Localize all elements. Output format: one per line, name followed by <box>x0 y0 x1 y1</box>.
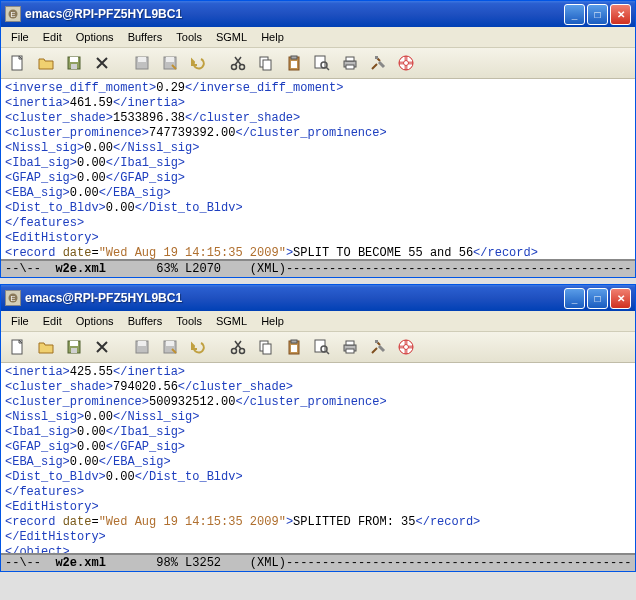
app-icon: E <box>5 6 21 22</box>
sb-position: 98% L3252 (XML) <box>106 556 286 570</box>
sb-filename: w2e.xml <box>55 262 105 276</box>
svg-rect-21 <box>346 65 354 69</box>
close-file-icon[interactable] <box>91 336 113 358</box>
menu-file[interactable]: File <box>5 313 35 329</box>
statusbar: --\-- w2e.xml 98% L3252 (XML)-----------… <box>1 553 635 571</box>
save-as-icon[interactable] <box>159 52 181 74</box>
sb-fill: ----------------------------------------… <box>286 556 631 570</box>
attr: date <box>63 246 92 259</box>
copy-icon[interactable] <box>255 52 277 74</box>
close-button[interactable]: ✕ <box>610 288 631 309</box>
menu-help[interactable]: Help <box>255 313 290 329</box>
value: SPLITTED FROM: 35 <box>293 515 415 529</box>
titlebar[interactable]: E emacs@RPI-PFZ5HYL9BC1 _ □ ✕ <box>1 285 635 311</box>
sb-mode: --\-- <box>5 556 55 570</box>
emacs-window-2: E emacs@RPI-PFZ5HYL9BC1 _ □ ✕ File Edit … <box>0 284 636 572</box>
attr-value: "Wed Aug 19 14:15:35 2009" <box>99 246 286 259</box>
value: 500932512.00 <box>149 395 235 409</box>
cut-icon[interactable] <box>227 336 249 358</box>
menu-sgml[interactable]: SGML <box>210 313 253 329</box>
editor-area[interactable]: <inertia>425.55</inertia> <cluster_shade… <box>1 363 635 553</box>
minimize-button[interactable]: _ <box>564 288 585 309</box>
copy-icon[interactable] <box>255 336 277 358</box>
svg-rect-15 <box>291 56 297 59</box>
window-title: emacs@RPI-PFZ5HYL9BC1 <box>25 7 564 21</box>
save-as-icon[interactable] <box>159 336 181 358</box>
svg-rect-47 <box>375 340 378 343</box>
menu-edit[interactable]: Edit <box>37 29 68 45</box>
search-icon[interactable] <box>311 52 333 74</box>
close-file-icon[interactable] <box>91 52 113 74</box>
window-title: emacs@RPI-PFZ5HYL9BC1 <box>25 291 564 305</box>
cut-icon[interactable] <box>227 52 249 74</box>
value: SPLIT TO BECOME 55 and 56 <box>293 246 473 259</box>
svg-rect-9 <box>166 57 174 62</box>
svg-rect-7 <box>138 57 146 62</box>
paste-icon[interactable] <box>283 336 305 358</box>
value: 0.00 <box>84 141 113 155</box>
menu-file[interactable]: File <box>5 29 35 45</box>
minimize-button[interactable]: _ <box>564 4 585 25</box>
svg-rect-32 <box>138 341 146 346</box>
value: 0.00 <box>70 186 99 200</box>
menu-help[interactable]: Help <box>255 29 290 45</box>
sb-filename: w2e.xml <box>55 556 105 570</box>
close-button[interactable]: ✕ <box>610 4 631 25</box>
sb-fill: ----------------------------------------… <box>286 262 631 276</box>
new-file-icon[interactable] <box>7 52 29 74</box>
menu-options[interactable]: Options <box>70 29 120 45</box>
editor-area[interactable]: <inverse_diff_moment>0.29</inverse_diff_… <box>1 79 635 259</box>
print-icon[interactable] <box>339 52 361 74</box>
value: 1533896.38 <box>113 111 185 125</box>
new-file-icon[interactable] <box>7 336 29 358</box>
menu-buffers[interactable]: Buffers <box>122 29 169 45</box>
open-file-icon[interactable] <box>35 52 57 74</box>
close-tag: </object> <box>5 545 70 553</box>
help-icon[interactable] <box>395 336 417 358</box>
svg-rect-41 <box>291 345 297 352</box>
svg-rect-29 <box>70 341 78 346</box>
undo-icon[interactable] <box>187 52 209 74</box>
statusbar: --\-- w2e.xml 63% L2070 (XML)-----------… <box>1 259 635 277</box>
sb-mode: --\-- <box>5 262 55 276</box>
svg-rect-22 <box>375 56 378 59</box>
menu-buffers[interactable]: Buffers <box>122 313 169 329</box>
sb-position: 63% L2070 (XML) <box>106 262 286 276</box>
save-disabled-icon[interactable] <box>131 336 153 358</box>
preferences-icon[interactable] <box>367 52 389 74</box>
open-tag: <EditHistory> <box>5 231 99 245</box>
toolbar <box>1 332 635 363</box>
menubar: File Edit Options Buffers Tools SGML Hel… <box>1 311 635 332</box>
save-disabled-icon[interactable] <box>131 52 153 74</box>
print-icon[interactable] <box>339 336 361 358</box>
svg-point-24 <box>404 61 409 66</box>
preferences-icon[interactable] <box>367 336 389 358</box>
value: 747739392.00 <box>149 126 235 140</box>
menu-tools[interactable]: Tools <box>170 313 208 329</box>
value: 794020.56 <box>113 380 178 394</box>
value: 461.59 <box>70 96 113 110</box>
undo-icon[interactable] <box>187 336 209 358</box>
titlebar[interactable]: E emacs@RPI-PFZ5HYL9BC1 _ □ ✕ <box>1 1 635 27</box>
menu-edit[interactable]: Edit <box>37 313 68 329</box>
paste-icon[interactable] <box>283 52 305 74</box>
menubar: File Edit Options Buffers Tools SGML Hel… <box>1 27 635 48</box>
svg-rect-20 <box>346 57 354 61</box>
menu-tools[interactable]: Tools <box>170 29 208 45</box>
value: 0.00 <box>106 470 135 484</box>
value: 425.55 <box>70 365 113 379</box>
maximize-button[interactable]: □ <box>587 4 608 25</box>
save-icon[interactable] <box>63 336 85 358</box>
maximize-button[interactable]: □ <box>587 288 608 309</box>
open-file-icon[interactable] <box>35 336 57 358</box>
close-tag: </features> <box>5 216 84 230</box>
menu-options[interactable]: Options <box>70 313 120 329</box>
value: 0.00 <box>70 455 99 469</box>
menu-sgml[interactable]: SGML <box>210 29 253 45</box>
search-icon[interactable] <box>311 336 333 358</box>
svg-rect-38 <box>263 344 271 354</box>
value: 0.00 <box>77 440 106 454</box>
save-icon[interactable] <box>63 52 85 74</box>
value: 0.00 <box>84 410 113 424</box>
help-icon[interactable] <box>395 52 417 74</box>
